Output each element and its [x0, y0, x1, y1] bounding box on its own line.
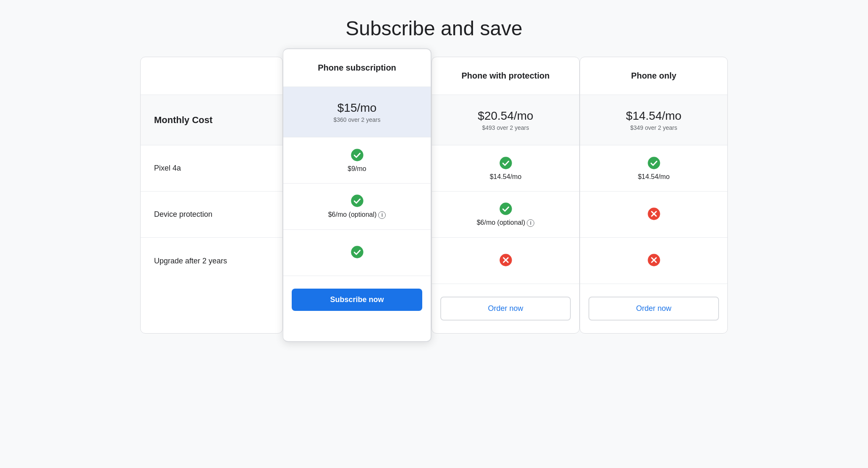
label-pixel-row: Pixel 4a [141, 145, 282, 192]
pixel-price-phone-with-protection: $14.54/mo [490, 173, 522, 181]
subscribe-button-phone-subscription[interactable]: Subscribe now [292, 289, 422, 311]
svg-point-1 [351, 195, 363, 207]
svg-point-6 [648, 157, 660, 169]
upgrade-x-icon-phone-only [647, 253, 661, 268]
protection-check-icon-phone-with-protection [499, 202, 512, 217]
pixel-label: Pixel 4a [154, 164, 181, 173]
price-sub-phone-only: $349 over 2 years [630, 124, 677, 131]
plan-protection-cell-phone-subscription: $6/mo (optional)i [283, 184, 431, 230]
price-sub-phone-subscription: $360 over 2 years [333, 116, 380, 123]
plan-pixel-cell-phone-with-protection: $14.54/mo [432, 145, 579, 192]
monthly-cost-label: Monthly Cost [154, 115, 212, 126]
plan-pixel-cell-phone-only: $14.54/mo [580, 145, 727, 192]
plan-name-phone-subscription: Phone subscription [318, 63, 396, 73]
plan-header-phone-subscription: Phone subscription [283, 49, 431, 87]
pixel-price-phone-only: $14.54/mo [638, 173, 670, 181]
price-main-phone-subscription: $15/mo [337, 101, 376, 115]
plan-header-phone-only: Phone only [580, 57, 727, 95]
plan-price-phone-subscription: $15/mo $360 over 2 years [283, 87, 431, 137]
plan-col-phone-only: Phone only $14.54/mo $349 over 2 years $… [580, 57, 728, 334]
protection-price-phone-subscription: $6/mo (optional)i [328, 211, 386, 219]
plan-protection-cell-phone-only [580, 192, 727, 238]
protection-info-icon-phone-with-protection[interactable]: i [527, 219, 534, 227]
protection-check-icon-phone-subscription [350, 194, 364, 209]
order-button-phone-only[interactable]: Order now [588, 297, 719, 321]
upgrade-x-icon-phone-with-protection [499, 253, 512, 268]
order-button-phone-with-protection[interactable]: Order now [440, 297, 571, 321]
comparison-table: Monthly Cost Pixel 4a Device protection … [140, 57, 728, 334]
label-monthly-cost-row: Monthly Cost [141, 95, 282, 145]
plan-upgrade-cell-phone-only [580, 238, 727, 284]
svg-point-2 [351, 246, 363, 258]
plan-price-phone-with-protection: $20.54/mo $493 over 2 years [432, 95, 579, 145]
upgrade-label: Upgrade after 2 years [154, 257, 227, 266]
plan-pixel-cell-phone-subscription: $9/mo [283, 137, 431, 184]
svg-point-4 [499, 202, 512, 215]
protection-price-phone-with-protection: $6/mo (optional)i [477, 219, 535, 227]
protection-info-icon-phone-subscription[interactable]: i [378, 211, 386, 219]
plan-protection-cell-phone-with-protection: $6/mo (optional)i [432, 192, 579, 238]
svg-point-0 [351, 149, 363, 161]
label-header [141, 57, 282, 95]
pixel-check-icon-phone-subscription [350, 148, 364, 163]
plan-upgrade-cell-phone-subscription [283, 230, 431, 276]
plan-cta-row-phone-subscription: Subscribe now [283, 276, 431, 323]
pixel-price-phone-subscription: $9/mo [348, 165, 366, 173]
protection-x-icon-phone-only [647, 207, 661, 222]
device-protection-label: Device protection [154, 210, 212, 219]
label-column: Monthly Cost Pixel 4a Device protection … [140, 57, 283, 334]
plan-name-phone-only: Phone only [631, 71, 677, 81]
pixel-check-icon-phone-only [647, 156, 661, 171]
plan-price-phone-only: $14.54/mo $349 over 2 years [580, 95, 727, 145]
page-title: Subscribe and save [345, 17, 523, 40]
pixel-check-icon-phone-with-protection [499, 156, 512, 171]
upgrade-check-icon-phone-subscription [350, 245, 364, 260]
label-upgrade-row: Upgrade after 2 years [141, 238, 282, 284]
price-main-phone-only: $14.54/mo [626, 109, 681, 123]
plan-col-phone-with-protection: Phone with protection $20.54/mo $493 ove… [431, 57, 580, 334]
svg-point-3 [499, 157, 512, 169]
label-device-protection-row: Device protection [141, 192, 282, 238]
price-main-phone-with-protection: $20.54/mo [478, 109, 533, 123]
plan-col-phone-subscription: Phone subscription $15/mo $360 over 2 ye… [283, 48, 431, 342]
plan-cta-row-phone-only: Order now [580, 284, 727, 333]
plan-header-phone-with-protection: Phone with protection [432, 57, 579, 95]
price-sub-phone-with-protection: $493 over 2 years [482, 124, 529, 131]
plan-name-phone-with-protection: Phone with protection [462, 71, 550, 81]
plan-cta-row-phone-with-protection: Order now [432, 284, 579, 333]
plan-upgrade-cell-phone-with-protection [432, 238, 579, 284]
